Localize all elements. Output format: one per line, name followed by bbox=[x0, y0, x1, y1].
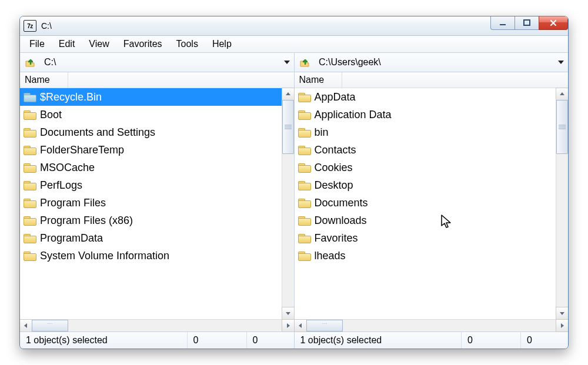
folder-icon bbox=[298, 145, 311, 155]
right-pane: Name AppDataApplication DatabinContactsC… bbox=[295, 72, 569, 331]
item-label: bin bbox=[315, 126, 329, 139]
right-up-button[interactable] bbox=[296, 55, 314, 70]
menu-favorites[interactable]: Favorites bbox=[116, 37, 169, 51]
scroll-thumb[interactable] bbox=[556, 100, 568, 154]
item-label: Program Files bbox=[40, 197, 106, 209]
left-status-text: 1 object(s) selected bbox=[20, 332, 188, 349]
list-item[interactable]: MSOCache bbox=[20, 159, 282, 176]
item-label: Contacts bbox=[315, 144, 356, 156]
list-item[interactable]: lheads bbox=[295, 247, 556, 264]
item-label: Program Files (x86) bbox=[40, 215, 133, 227]
right-status-n2: 0 bbox=[521, 332, 568, 349]
scroll-down-icon[interactable] bbox=[282, 307, 295, 320]
list-item[interactable]: System Volume Information bbox=[20, 247, 282, 264]
folder-icon bbox=[24, 162, 36, 173]
close-button[interactable] bbox=[539, 16, 568, 30]
list-item[interactable]: bin bbox=[295, 123, 556, 141]
left-up-button[interactable] bbox=[22, 55, 39, 70]
left-path-input[interactable]: C:\ bbox=[39, 55, 282, 69]
list-item[interactable]: Favorites bbox=[295, 229, 556, 247]
list-item[interactable]: PerfLogs bbox=[20, 176, 282, 194]
left-path-dropdown[interactable] bbox=[282, 61, 292, 64]
path-row: C:\ C:\Users\geek\ bbox=[20, 53, 568, 72]
folder-icon bbox=[24, 92, 36, 102]
folder-icon bbox=[24, 250, 36, 261]
list-item[interactable]: FolderShareTemp bbox=[20, 141, 282, 159]
left-pane: Name $Recycle.BinBootDocuments and Setti… bbox=[20, 72, 295, 331]
menu-help[interactable]: Help bbox=[205, 37, 239, 51]
left-column-header[interactable]: Name bbox=[20, 72, 294, 88]
right-column-header[interactable]: Name bbox=[295, 72, 569, 88]
menu-tools[interactable]: Tools bbox=[169, 37, 205, 51]
app-window: 7z C:\ File Edit View Favorites Tools He… bbox=[19, 16, 569, 349]
scroll-right-icon[interactable] bbox=[556, 319, 569, 332]
scroll-up-icon[interactable] bbox=[282, 88, 295, 101]
list-item[interactable]: AppData bbox=[295, 88, 556, 106]
folder-icon bbox=[298, 250, 311, 261]
left-hscroll[interactable] bbox=[20, 319, 294, 331]
scroll-right-icon[interactable] bbox=[282, 319, 295, 332]
folder-icon bbox=[298, 92, 311, 102]
list-item[interactable]: Program Files bbox=[20, 194, 282, 212]
item-label: Downloads bbox=[315, 215, 367, 227]
scroll-left-icon[interactable] bbox=[294, 319, 307, 332]
list-item[interactable]: $Recycle.Bin bbox=[20, 88, 282, 106]
scroll-up-icon[interactable] bbox=[556, 88, 569, 101]
list-item[interactable]: ProgramData bbox=[20, 229, 282, 247]
svg-rect-0 bbox=[500, 24, 506, 25]
item-label: System Volume Information bbox=[40, 250, 169, 262]
folder-icon bbox=[24, 127, 36, 138]
list-item[interactable]: Documents bbox=[295, 194, 556, 212]
panes: Name $Recycle.BinBootDocuments and Setti… bbox=[20, 72, 568, 331]
right-status-text: 1 object(s) selected bbox=[295, 332, 462, 349]
menu-file[interactable]: File bbox=[22, 37, 52, 51]
right-vscroll[interactable] bbox=[556, 88, 568, 319]
hscroll-thumb[interactable] bbox=[306, 320, 343, 331]
item-label: MSOCache bbox=[40, 162, 95, 174]
list-item[interactable]: Contacts bbox=[295, 141, 556, 159]
right-path-dropdown[interactable] bbox=[556, 61, 566, 64]
list-item[interactable]: Documents and Settings bbox=[20, 123, 282, 141]
folder-icon bbox=[24, 233, 36, 243]
menu-edit[interactable]: Edit bbox=[52, 37, 82, 51]
app-icon: 7z bbox=[24, 20, 36, 32]
menu-view[interactable]: View bbox=[82, 37, 116, 51]
item-label: Documents and Settings bbox=[40, 126, 155, 139]
folder-icon bbox=[298, 180, 311, 190]
list-item[interactable]: Program Files (x86) bbox=[20, 212, 282, 229]
folder-icon bbox=[298, 233, 311, 243]
item-label: Favorites bbox=[315, 232, 358, 245]
svg-rect-1 bbox=[524, 20, 530, 25]
folder-icon bbox=[298, 215, 311, 226]
folder-icon bbox=[24, 215, 36, 226]
right-path-input[interactable]: C:\Users\geek\ bbox=[314, 55, 556, 69]
item-label: PerfLogs bbox=[40, 179, 82, 192]
scroll-down-icon[interactable] bbox=[556, 307, 569, 320]
menubar: File Edit View Favorites Tools Help bbox=[20, 36, 568, 53]
maximize-button[interactable] bbox=[514, 16, 539, 30]
scroll-left-icon[interactable] bbox=[19, 319, 32, 332]
list-item[interactable]: Desktop bbox=[295, 176, 556, 194]
item-label: Cookies bbox=[315, 162, 353, 174]
folder-icon bbox=[298, 197, 311, 208]
item-label: Application Data bbox=[315, 109, 392, 121]
left-file-list[interactable]: $Recycle.BinBootDocuments and SettingsFo… bbox=[20, 88, 282, 319]
list-item[interactable]: Application Data bbox=[295, 106, 556, 123]
left-status-n2: 0 bbox=[247, 332, 294, 349]
titlebar[interactable]: 7z C:\ bbox=[20, 16, 568, 36]
minimize-button[interactable] bbox=[490, 16, 515, 30]
folder-icon bbox=[298, 162, 311, 173]
item-label: ProgramData bbox=[40, 232, 103, 245]
right-file-list[interactable]: AppDataApplication DatabinContactsCookie… bbox=[295, 88, 556, 319]
left-status-n1: 0 bbox=[188, 332, 247, 349]
left-vscroll[interactable] bbox=[282, 88, 294, 319]
item-label: Desktop bbox=[315, 179, 353, 192]
list-item[interactable]: Downloads bbox=[295, 212, 556, 229]
list-item[interactable]: Boot bbox=[20, 106, 282, 123]
folder-icon bbox=[24, 197, 36, 208]
hscroll-thumb[interactable] bbox=[32, 320, 68, 331]
folder-icon bbox=[298, 109, 311, 120]
list-item[interactable]: Cookies bbox=[295, 159, 556, 176]
right-hscroll[interactable] bbox=[295, 319, 569, 331]
scroll-thumb[interactable] bbox=[282, 100, 294, 154]
